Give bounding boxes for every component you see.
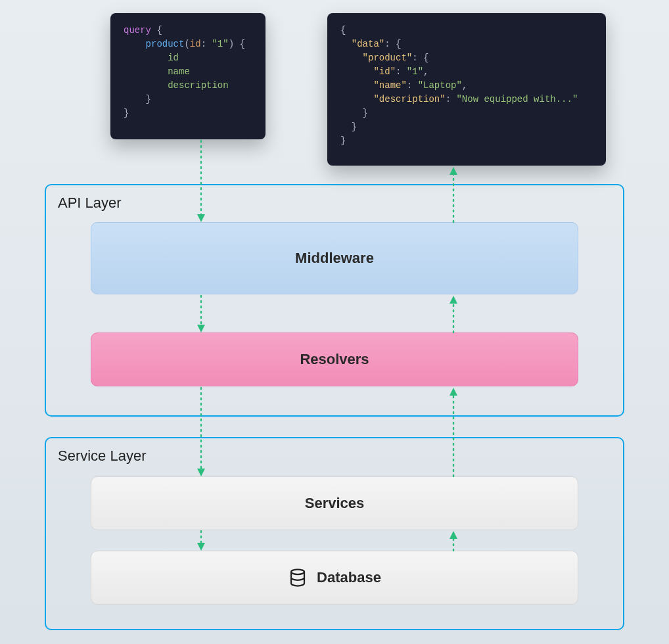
middleware-box: Middleware [91, 222, 578, 294]
database-label: Database [317, 569, 381, 586]
code-field: id [168, 53, 179, 63]
resolvers-label: Resolvers [300, 351, 369, 368]
database-icon [288, 568, 308, 587]
code-field: description [168, 80, 228, 91]
svg-point-0 [291, 570, 304, 575]
query-code-box: query { product(id: "1") { id name descr… [110, 13, 265, 139]
api-layer-title: API Layer [58, 195, 611, 212]
response-code-box: { "data": { "product": { "id": "1", "nam… [327, 13, 606, 166]
code-function: product [146, 39, 185, 49]
service-layer-title: Service Layer [58, 448, 611, 465]
resolvers-box: Resolvers [91, 333, 578, 386]
code-field: name [168, 66, 190, 77]
code-keyword: query [124, 25, 151, 35]
services-label: Services [305, 495, 365, 512]
services-box: Services [91, 476, 578, 530]
middleware-label: Middleware [295, 250, 374, 267]
database-box: Database [91, 551, 578, 605]
